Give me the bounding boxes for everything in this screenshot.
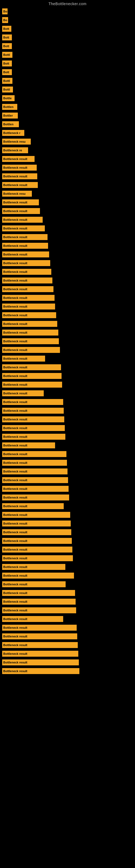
- bar-label: Bottleneck result: [3, 253, 27, 256]
- bar-label: Bottleneck result: [3, 244, 27, 247]
- result-bar: Bottl: [2, 87, 13, 93]
- bar-row: Bottleneck result: [0, 337, 135, 346]
- bar-label: Bottleneck result: [3, 227, 27, 230]
- bar-label: Bottleneck result: [3, 166, 27, 169]
- bar-label: Bottleneck result: [3, 175, 27, 178]
- bar-row: Bottleneck result: [0, 510, 135, 519]
- result-bar: Bott: [2, 61, 12, 66]
- result-bar: Bottleneck result: [2, 278, 52, 283]
- result-bar: Bottleneck result: [2, 286, 53, 292]
- result-bar: Bottleneck result: [2, 165, 37, 170]
- bar-label: Bottleneck result: [3, 478, 27, 482]
- result-bar: Bottleneck result: [2, 668, 79, 674]
- bar-label: Bottleneck result: [3, 183, 27, 187]
- result-bar: Bottleneck result: [2, 538, 72, 544]
- result-bar: Bottleneck result: [2, 399, 63, 405]
- result-bar: Bott: [2, 43, 12, 49]
- result-bar: Bottleneck resu: [2, 138, 31, 145]
- bar-label: Bottleneck result: [3, 261, 27, 265]
- bar-label: Bottleneck result: [3, 565, 27, 568]
- bar-row: Bottleneck result: [0, 363, 135, 372]
- bar-row: Bottleneck r: [0, 129, 135, 137]
- bar-label: Bottleneck result: [3, 643, 27, 647]
- result-bar: Bottleneck result: [2, 468, 68, 474]
- result-bar: Bottleneck result: [2, 547, 72, 553]
- result-bar: Bottl: [2, 52, 12, 58]
- result-bar: Bottl: [2, 78, 12, 84]
- bar-label: Bottleneck resu: [3, 140, 26, 143]
- bar-label: Bottleneck result: [3, 296, 27, 300]
- bar-row: Bottleneck resu: [0, 189, 135, 198]
- bar-row: Bottleneck result: [0, 198, 135, 207]
- bar-label: Bottleneck result: [3, 314, 27, 317]
- result-bar: Bottleneck result: [2, 182, 38, 188]
- bar-row: Bottleneck result: [0, 172, 135, 181]
- bar-label: Bottleneck result: [3, 426, 27, 430]
- result-bar: Bottleneck result: [2, 156, 35, 162]
- bar-row: Bottleneck result: [0, 293, 135, 302]
- bar-label: Bottleneck result: [3, 513, 27, 517]
- bar-row: Bottleneck result: [0, 346, 135, 354]
- bar-label: Bottleneck result: [3, 635, 27, 638]
- result-bar: Bott: [2, 26, 11, 32]
- bar-row: Bottleneck result: [0, 658, 135, 667]
- bar-label: Bottleneck result: [3, 157, 27, 161]
- bar-label: Bottleneck result: [3, 661, 27, 664]
- bar-label: Bottleneck result: [3, 409, 27, 412]
- bar-row: Bottleneck result: [0, 476, 135, 485]
- bar-row: Bottleneck result: [0, 155, 135, 163]
- bar-row: Bottleneck result: [0, 467, 135, 476]
- bar-row: Bottleneck result: [0, 485, 135, 493]
- result-bar: Bottleneck result: [2, 590, 75, 596]
- bar-label: Bottleneck result: [3, 531, 27, 534]
- bar-label: Bottleneck result: [3, 418, 27, 421]
- bar-row: Bottleneck result: [0, 563, 135, 571]
- result-bar: Bottleneck result: [2, 651, 78, 657]
- bar-label: Bottleneck result: [3, 487, 27, 490]
- bar-row: Bottleneck result: [0, 519, 135, 528]
- bar-row: Bottleneck result: [0, 502, 135, 510]
- bar-row: Bottleneck result: [0, 319, 135, 328]
- site-title: TheBottlenecker.com: [0, 0, 135, 7]
- bar-row: Bottlen: [0, 120, 135, 129]
- bar-row: Bottleneck result: [0, 398, 135, 406]
- bar-row: Bottleneck result: [0, 302, 135, 311]
- bar-label: Bottleneck result: [3, 496, 27, 499]
- bar-label: Bottleneck result: [3, 617, 27, 621]
- bar-row: Bottlen: [0, 102, 135, 111]
- bar-label: Bottle: [3, 97, 12, 100]
- bar-label: Bottlen: [3, 105, 13, 108]
- bar-label: Bottleneck result: [3, 548, 27, 551]
- bar-row: Bottleneck result: [0, 207, 135, 215]
- bar-row: Bottler: [0, 111, 135, 120]
- bar-row: Bottleneck result: [0, 328, 135, 337]
- result-bar: Bottleneck result: [2, 564, 65, 570]
- result-bar: Bottler: [2, 113, 18, 119]
- result-bar: Bottleneck result: [2, 355, 45, 362]
- bar-label: Bottleneck r: [3, 131, 20, 134]
- bar-row: Bottleneck result: [0, 268, 135, 276]
- result-bar: Bottleneck result: [2, 390, 44, 396]
- bar-label: Bottleneck result: [3, 400, 27, 404]
- bar-row: Bottl: [0, 76, 135, 85]
- result-bar: Bottleneck result: [2, 503, 64, 509]
- result-bar: Bottleneck result: [2, 555, 73, 561]
- bar-label: Bottleneck result: [3, 383, 27, 386]
- bar-row: Bott: [0, 42, 135, 51]
- bar-label: Bottleneck result: [3, 270, 27, 273]
- result-bar: Bottlen: [2, 121, 19, 127]
- bar-label: Bottleneck result: [3, 591, 27, 595]
- result-bar: Bottleneck result: [2, 642, 78, 648]
- result-bar: Bottleneck result: [2, 425, 65, 431]
- bar-row: Bottleneck result: [0, 215, 135, 224]
- bar-row: Bottleneck result: [0, 233, 135, 241]
- bar-label: Bottleneck result: [3, 461, 27, 464]
- bar-label: Bottleneck result: [3, 444, 27, 447]
- result-bar: Bottleneck result: [2, 243, 48, 249]
- bar-row: Bott: [0, 24, 135, 33]
- result-bar: Bottleneck result: [2, 217, 43, 223]
- result-bar: Bottleneck result: [2, 451, 66, 457]
- bar-row: Bottleneck result: [0, 545, 135, 554]
- bar-label: Bottleneck result: [3, 287, 27, 291]
- result-bar: Bottleneck result: [2, 208, 40, 214]
